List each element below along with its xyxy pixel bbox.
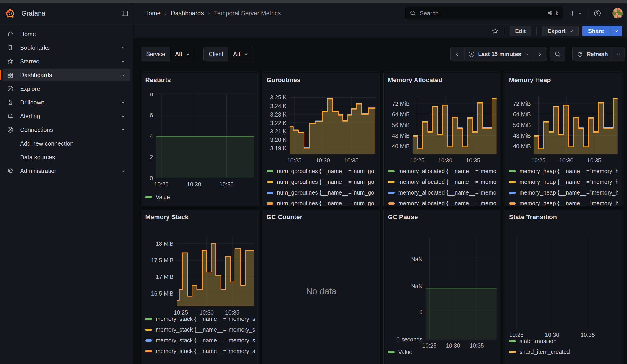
svg-text:10:30: 10:30	[315, 157, 330, 163]
chevron-down-icon	[121, 45, 126, 50]
legend-item[interactable]: memory_stack {__name__="memory_s	[145, 335, 256, 346]
breadcrumb-dashboards[interactable]: Dashboards	[171, 10, 204, 17]
zoom-out-button[interactable]	[550, 47, 566, 61]
panel-memory-heap[interactable]: Memory Heap 40 MiB48 MiB56 MiB64 MiB72 M…	[505, 73, 623, 207]
edit-button[interactable]: Edit	[510, 26, 531, 37]
panel-memory-stack[interactable]: Memory Stack 16.5 MiB17 MiB17.5 MiB18 Mi…	[141, 209, 259, 364]
panel-goroutines[interactable]: Goroutines 3.19 K3.20 K3.21 K3.22 K3.23 …	[262, 73, 380, 207]
panel-state-transition[interactable]: State Transition 10:2510:3010:35 state t…	[505, 209, 623, 364]
legend-item[interactable]: num_goroutines {__name__="num_go	[266, 187, 377, 198]
time-back-button[interactable]	[451, 48, 464, 61]
svg-text:NaN: NaN	[411, 283, 422, 289]
refresh-interval-button[interactable]	[612, 48, 625, 61]
svg-text:10:25: 10:25	[410, 157, 424, 163]
grafana-logo[interactable]	[4, 8, 15, 19]
brand-name: Grafana	[21, 9, 121, 17]
add-new-button[interactable]	[569, 10, 582, 17]
breadcrumb-home[interactable]: Home	[144, 10, 160, 17]
legend-item[interactable]: memory_allocated {__name__="memo	[388, 198, 499, 207]
legend-item[interactable]: memory_heap {__name__="memory_h	[509, 187, 620, 198]
legend-item[interactable]: memory_allocated {__name__="memo	[388, 177, 499, 187]
share-dropdown-button[interactable]	[610, 26, 623, 37]
chevron-right-icon	[537, 52, 542, 57]
sidebar-item-alerting[interactable]: Alerting	[3, 110, 130, 122]
legend-item[interactable]: memory_stack {__name__="memory_s	[145, 313, 256, 324]
dashboards-grid-icon	[7, 72, 14, 78]
state-transition-chart: 10:2510:3010:35	[508, 235, 619, 339]
refresh-button[interactable]: Refresh	[573, 48, 612, 61]
nav-actions	[569, 8, 623, 18]
zoom-out-icon	[554, 51, 561, 58]
svg-text:10:35: 10:35	[587, 157, 601, 163]
sidebar-item-bookmarks[interactable]: Bookmarks	[3, 41, 130, 54]
favorite-star-icon[interactable]	[492, 28, 499, 34]
panel-gc-counter[interactable]: GC Counter No data	[262, 209, 380, 364]
search-placeholder: Search...	[420, 10, 543, 17]
time-forward-button[interactable]	[533, 48, 547, 61]
legend-item[interactable]: num_goroutines {__name__="num_go	[266, 177, 377, 187]
goroutines-chart: 3.19 K3.20 K3.21 K3.22 K3.23 K3.24 K3.25…	[266, 95, 377, 165]
star-icon	[7, 58, 14, 65]
sidebar-item-drilldown[interactable]: Drilldown	[3, 96, 130, 109]
sidebar-item-home[interactable]: Home	[3, 28, 130, 40]
template-variables: Service All Client All	[141, 47, 253, 61]
panel-memory-allocated[interactable]: Memory Allocated 40 MiB48 MiB56 MiB64 Mi…	[383, 73, 501, 207]
legend-item[interactable]: shard_item_created	[509, 346, 620, 357]
refresh-icon	[576, 51, 583, 58]
svg-text:10:35: 10:35	[219, 181, 234, 188]
svg-text:10:30: 10:30	[187, 181, 201, 188]
panel-title: State Transition	[509, 213, 557, 221]
legend: Value	[145, 192, 256, 203]
legend-item[interactable]: Value	[145, 192, 256, 203]
breadcrumb-current: Temporal Server Metrics	[214, 10, 281, 17]
dock-sidebar-icon[interactable]	[121, 9, 128, 17]
panel-restarts[interactable]: Restarts 0246810:2510:3010:35 Value	[141, 73, 259, 207]
legend: Value	[388, 347, 499, 357]
sidebar-item-explore[interactable]: Explore	[3, 82, 130, 95]
legend-item[interactable]: memory_heap {__name__="memory_h	[509, 166, 620, 177]
panel-title: Restarts	[145, 76, 171, 84]
sidebar-item-data-sources[interactable]: Data sources	[3, 151, 130, 163]
svg-text:8: 8	[150, 93, 153, 97]
gc-counter-chart: No data	[266, 223, 377, 364]
svg-text:64 MiB: 64 MiB	[513, 111, 531, 117]
gc-pause-chart: NaNNaN00 seconds10:2510:3010:35	[387, 236, 498, 350]
refresh-group: Refresh	[572, 47, 625, 61]
legend-item[interactable]: num_goroutines {__name__="num_go	[266, 166, 377, 177]
legend-item[interactable]: memory_stack {__name__="memory_s	[145, 346, 256, 357]
legend-item[interactable]: memory_stack {__name__="memory_s	[145, 324, 256, 335]
panel-gc-pause[interactable]: GC Pause NaNNaN00 seconds10:2510:3010:35…	[383, 209, 501, 364]
legend-item[interactable]: state transition	[509, 336, 620, 346]
svg-text:10:25: 10:25	[287, 157, 301, 163]
legend-item[interactable]: memory_allocated {__name__="memo	[388, 187, 499, 198]
chevron-down-icon	[524, 52, 529, 56]
search-input[interactable]: Search... ⌘+k	[405, 7, 563, 20]
legend-item[interactable]: num_goroutines {__name__="num_go	[266, 198, 377, 207]
export-button[interactable]: Export	[542, 26, 578, 37]
client-variable-value[interactable]: All	[228, 48, 253, 61]
sidebar-item-dashboards[interactable]: Dashboards	[3, 69, 130, 81]
share-button[interactable]: Share	[582, 26, 610, 37]
legend-item[interactable]: memory_allocated {__name__="memo	[388, 166, 499, 177]
sidebar-item-add-new-connection[interactable]: Add new connection	[3, 137, 130, 150]
svg-text:56 MiB: 56 MiB	[392, 122, 410, 128]
client-variable-label: Client	[204, 48, 228, 61]
sidebar-item-connections[interactable]: Connections	[3, 123, 130, 136]
memory-heap-chart: 40 MiB48 MiB56 MiB64 MiB72 MiB10:2510:30…	[508, 95, 619, 165]
help-icon[interactable]	[593, 9, 601, 17]
svg-text:16.5 MiB: 16.5 MiB	[151, 290, 173, 297]
chevron-up-icon	[121, 127, 126, 132]
sidebar-item-starred[interactable]: Starred	[3, 55, 130, 68]
chevron-down-icon	[569, 29, 574, 33]
legend: num_goroutines {__name__="num_go num_gor…	[266, 166, 377, 207]
bookmark-icon	[7, 44, 14, 51]
service-variable-value[interactable]: All	[170, 48, 195, 61]
brand-zone: Grafana	[0, 3, 133, 24]
user-avatar[interactable]	[612, 8, 623, 18]
svg-text:10:30: 10:30	[438, 157, 452, 163]
legend-item[interactable]: memory_heap {__name__="memory_h	[509, 177, 620, 187]
legend-item[interactable]: Value	[388, 347, 499, 357]
sidebar-item-administration[interactable]: Administration	[3, 164, 130, 177]
legend-item[interactable]: memory_heap {__name__="memory_h	[509, 198, 620, 207]
time-range-picker[interactable]: Last 15 minutes	[464, 48, 533, 61]
